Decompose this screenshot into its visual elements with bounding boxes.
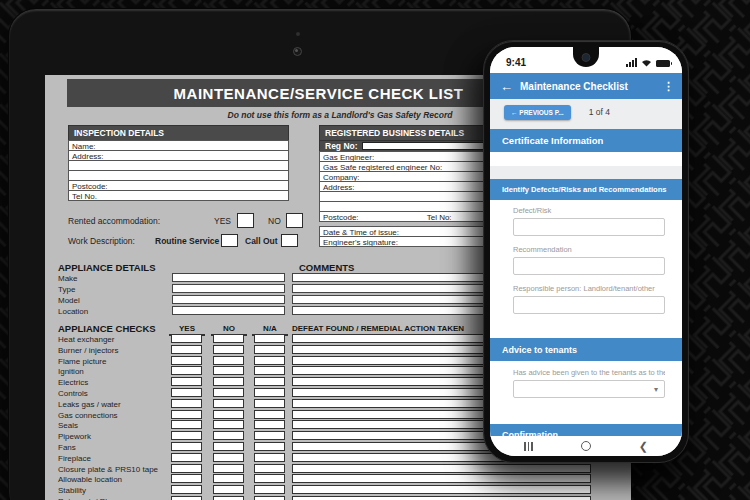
appliance-detail-rows: MakeTypeModelLocation bbox=[45, 273, 305, 317]
section-advice-to-tenants: Advice to tenants bbox=[490, 338, 682, 361]
check-yes-box[interactable] bbox=[171, 334, 202, 343]
inspection-details-section: INSPECTION DETAILS Name:Address:Postcode… bbox=[68, 125, 289, 201]
appliance-detail-input[interactable] bbox=[172, 306, 285, 315]
field-input[interactable] bbox=[513, 218, 665, 236]
check-item-label: Burner / injectors bbox=[58, 346, 118, 355]
check-yes-box[interactable] bbox=[171, 356, 202, 365]
defects-card: Defect/RiskRecommendationResponsible per… bbox=[490, 200, 682, 338]
check-no-box[interactable] bbox=[213, 464, 244, 473]
app-bar-title: Maintenance Checklist bbox=[520, 81, 663, 92]
defect-input[interactable] bbox=[292, 485, 591, 494]
check-no-box[interactable] bbox=[213, 453, 244, 462]
check-item-label: Heat exchanger bbox=[58, 335, 114, 344]
rented-no-checkbox[interactable] bbox=[286, 213, 303, 228]
check-no-box[interactable] bbox=[213, 377, 244, 386]
check-yes-box[interactable] bbox=[171, 345, 202, 354]
home-icon[interactable] bbox=[581, 441, 591, 451]
check-no-box[interactable] bbox=[213, 410, 244, 419]
check-yes-box[interactable] bbox=[171, 485, 202, 494]
check-no-box[interactable] bbox=[213, 399, 244, 408]
previous-page-button[interactable]: ← PREVIOUS P... bbox=[504, 105, 571, 120]
appliance-detail-input[interactable] bbox=[172, 295, 285, 304]
check-no-box[interactable] bbox=[213, 356, 244, 365]
check-yes-box[interactable] bbox=[171, 464, 202, 473]
phone-screen: 9:41 ← Maintenance Checklist ⋮ ← PREVIOU… bbox=[490, 47, 682, 456]
check-item-label: Ignition bbox=[58, 367, 84, 376]
check-no-box[interactable] bbox=[213, 345, 244, 354]
check-no-box[interactable] bbox=[213, 474, 244, 483]
appliance-detail-label: Type bbox=[58, 285, 75, 294]
check-na-box[interactable] bbox=[254, 377, 285, 386]
check-na-box[interactable] bbox=[254, 442, 285, 451]
appliance-checks-header: APPLIANCE CHECKS bbox=[58, 323, 156, 334]
check-row: Closure plate & PRS10 tape bbox=[45, 464, 605, 475]
check-na-box[interactable] bbox=[254, 410, 285, 419]
check-no-box[interactable] bbox=[213, 431, 244, 440]
battery-icon bbox=[656, 60, 670, 67]
check-yes-box[interactable] bbox=[171, 399, 202, 408]
check-no-box[interactable] bbox=[213, 485, 244, 494]
check-na-box[interactable] bbox=[254, 366, 285, 375]
check-yes-box[interactable] bbox=[171, 496, 202, 500]
check-no-box[interactable] bbox=[213, 496, 244, 500]
check-yes-box[interactable] bbox=[171, 377, 202, 386]
call-out-checkbox[interactable] bbox=[281, 234, 298, 247]
check-yes-box[interactable] bbox=[171, 366, 202, 375]
check-no-box[interactable] bbox=[213, 334, 244, 343]
check-na-box[interactable] bbox=[254, 485, 285, 494]
defect-input[interactable] bbox=[292, 496, 591, 500]
check-na-box[interactable] bbox=[254, 431, 285, 440]
business-postcode-label: Postcode: bbox=[323, 213, 359, 222]
overflow-menu-icon[interactable]: ⋮ bbox=[663, 80, 674, 93]
field-label: Defect/Risk bbox=[513, 206, 665, 215]
appliance-detail-input[interactable] bbox=[172, 273, 285, 282]
defect-input[interactable] bbox=[292, 474, 591, 483]
check-na-box[interactable] bbox=[254, 334, 285, 343]
check-no-box[interactable] bbox=[213, 420, 244, 429]
advice-card: Has advice been given to the tenants as … bbox=[490, 361, 682, 424]
check-na-box[interactable] bbox=[254, 496, 285, 500]
check-yes-box[interactable] bbox=[171, 420, 202, 429]
check-na-box[interactable] bbox=[254, 474, 285, 483]
phone-nav-bar: ❮ bbox=[490, 436, 682, 456]
check-yes-box[interactable] bbox=[171, 474, 202, 483]
check-no-box[interactable] bbox=[213, 388, 244, 397]
check-yes-box[interactable] bbox=[171, 388, 202, 397]
field-input[interactable] bbox=[513, 296, 665, 314]
pager-toolbar: ← PREVIOUS P... 1 of 4 bbox=[504, 104, 672, 120]
check-na-box[interactable] bbox=[254, 453, 285, 462]
check-no-box[interactable] bbox=[213, 442, 244, 451]
call-out-label: Call Out bbox=[245, 236, 278, 246]
inspection-row[interactable]: Tel No. bbox=[68, 190, 289, 201]
check-yes-box[interactable] bbox=[171, 431, 202, 440]
check-na-box[interactable] bbox=[254, 356, 285, 365]
check-na-box[interactable] bbox=[254, 388, 285, 397]
status-icons bbox=[626, 58, 670, 67]
check-no-box[interactable] bbox=[213, 366, 244, 375]
field-input[interactable] bbox=[513, 257, 665, 275]
nav-back-icon[interactable]: ❮ bbox=[639, 441, 648, 452]
rented-no-label: NO bbox=[268, 216, 281, 226]
advice-select[interactable]: ▾ bbox=[513, 380, 665, 398]
back-arrow-icon[interactable]: ← bbox=[500, 79, 520, 94]
check-yes-box[interactable] bbox=[171, 453, 202, 462]
routine-service-checkbox[interactable] bbox=[221, 234, 238, 247]
check-na-box[interactable] bbox=[254, 464, 285, 473]
recents-icon[interactable] bbox=[524, 442, 533, 451]
tablet-sensor-dot bbox=[296, 32, 300, 36]
advice-question-label: Has advice been given to the tenants as … bbox=[513, 368, 665, 377]
defect-input[interactable] bbox=[292, 464, 591, 473]
rented-label: Rented accommodation: bbox=[68, 216, 160, 226]
check-na-box[interactable] bbox=[254, 420, 285, 429]
check-na-box[interactable] bbox=[254, 345, 285, 354]
comments-header: COMMENTS bbox=[299, 262, 354, 273]
field-label: Recommendation bbox=[513, 245, 665, 254]
appliance-detail-row: Location bbox=[45, 306, 305, 317]
check-na-box[interactable] bbox=[254, 399, 285, 408]
check-yes-box[interactable] bbox=[171, 410, 202, 419]
appliance-detail-input[interactable] bbox=[172, 284, 285, 293]
check-yes-box[interactable] bbox=[171, 442, 202, 451]
rented-yes-checkbox[interactable] bbox=[237, 213, 254, 228]
field-group: Responsible person: Landlord/tenant/othe… bbox=[513, 284, 665, 314]
page-indicator: 1 of 4 bbox=[589, 107, 610, 117]
